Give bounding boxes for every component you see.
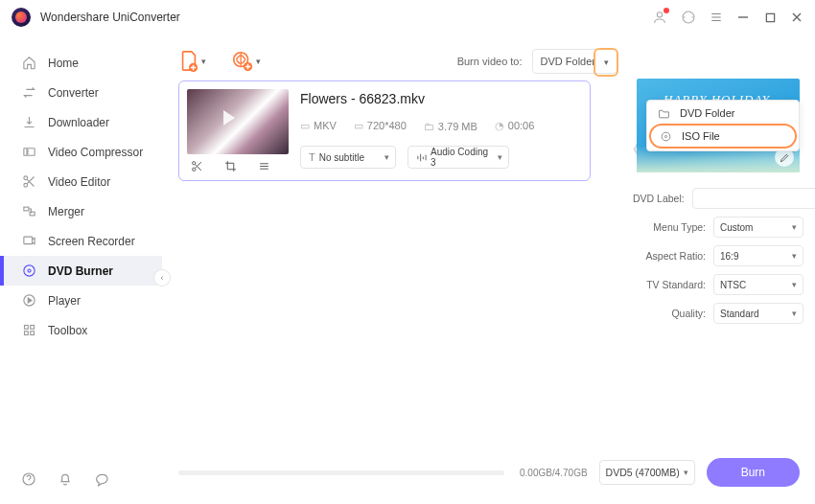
quality-label: Quality: [633, 308, 706, 319]
menu-type-select[interactable]: Custom [713, 217, 803, 238]
svg-point-19 [662, 132, 670, 141]
chevron-down-icon: ▾ [256, 57, 261, 66]
sidebar-item-editor[interactable]: Video Editor [0, 167, 162, 196]
grid-icon [21, 323, 36, 338]
sidebar-item-recorder[interactable]: Screen Recorder [0, 226, 162, 256]
notifications-icon[interactable] [58, 471, 73, 487]
sidebar-item-converter[interactable]: Converter [0, 78, 162, 107]
audio-icon [416, 152, 427, 163]
clock-icon: ◔ [495, 120, 504, 131]
tv-standard-value: NTSC [720, 280, 746, 290]
home-icon [21, 56, 36, 71]
iso-icon [659, 129, 672, 143]
svg-point-10 [27, 269, 30, 272]
dropdown-option-iso-file[interactable]: ISO File [649, 124, 797, 149]
burn-button[interactable]: Burn [707, 458, 800, 487]
video-filename: Flowers - 66823.mkv [300, 91, 582, 106]
title-bar: Wondershare UniConverter [0, 0, 815, 34]
burn-to-label: Burn video to: [457, 56, 523, 67]
app-title: Wondershare UniConverter [40, 11, 180, 24]
video-size: 3.79 MB [438, 121, 477, 132]
subtitle-select[interactable]: T No subtitle [300, 146, 396, 169]
effects-button[interactable] [258, 160, 285, 172]
svg-rect-14 [24, 332, 28, 335]
sidebar-label: Video Editor [48, 175, 110, 189]
disc-usage-bar [178, 470, 504, 475]
add-file-button[interactable]: ▾ [178, 50, 206, 73]
sidebar-label: Converter [48, 86, 99, 100]
help-icon[interactable] [21, 471, 36, 487]
chevron-down-icon: ▾ [604, 57, 609, 67]
svg-rect-15 [30, 332, 34, 335]
aspect-ratio-label: Aspect Ratio: [633, 250, 706, 262]
maximize-button[interactable] [763, 12, 777, 23]
sidebar-item-toolbox[interactable]: Toolbox [0, 315, 162, 345]
menu-icon[interactable] [710, 11, 723, 24]
svg-point-20 [664, 135, 666, 137]
subtitle-value: No subtitle [319, 152, 364, 163]
video-resolution: 720*480 [367, 120, 407, 131]
quality-select[interactable]: Standard [713, 303, 803, 324]
svg-rect-6 [23, 207, 28, 211]
tv-standard-select[interactable]: NTSC [713, 274, 803, 295]
sidebar-item-player[interactable]: Player [0, 286, 162, 315]
menu-type-label: Menu Type: [633, 221, 706, 233]
audio-select[interactable]: Audio Coding 3 [408, 146, 509, 169]
toolbar: ▾ ▾ Burn video to: DVD Folder ▾ [178, 42, 617, 80]
play-icon [21, 293, 36, 309]
link-plus-icon [231, 50, 254, 73]
disc-type-select[interactable]: DVD5 (4700MB) [599, 460, 695, 485]
folder-icon [657, 106, 670, 120]
burn-to-dropdown: DVD Folder ISO File [646, 100, 800, 151]
video-thumbnail[interactable] [187, 89, 289, 154]
recorder-icon [21, 234, 36, 249]
quality-value: Standard [720, 309, 759, 319]
svg-rect-13 [30, 326, 34, 330]
svg-point-5 [23, 183, 27, 187]
close-button[interactable] [790, 11, 803, 23]
burn-to-select[interactable]: DVD Folder ▾ [532, 49, 617, 74]
sidebar-item-home[interactable]: Home [0, 48, 162, 78]
scissors-icon [21, 174, 36, 190]
svg-point-0 [657, 12, 662, 17]
video-duration: 00:06 [508, 120, 535, 131]
svg-rect-12 [24, 326, 28, 330]
converter-icon [21, 85, 36, 101]
disc-usage-text: 0.00GB/4.70GB [520, 468, 588, 478]
sidebar-label: Toolbox [48, 324, 87, 337]
dropdown-option-label: ISO File [682, 130, 720, 142]
dropdown-arrow-highlight[interactable]: ▾ [594, 48, 618, 77]
sidebar-label: Downloader [48, 116, 109, 129]
feedback-icon[interactable] [94, 471, 109, 487]
sidebar-label: Merger [48, 205, 84, 218]
chevron-down-icon: ▾ [201, 57, 206, 66]
minimize-button[interactable] [736, 11, 750, 23]
support-icon[interactable] [681, 10, 696, 25]
crop-button[interactable] [224, 160, 251, 172]
resolution-icon: ▭ [354, 120, 363, 131]
sidebar-item-downloader[interactable]: Downloader [0, 107, 162, 137]
collapse-sidebar-button[interactable]: ‹ [154, 270, 170, 286]
dvd-label-input[interactable] [692, 188, 815, 209]
video-meta: ▭MKV ▭720*480 🗀3.79 MB ◔00:06 [300, 120, 582, 132]
sidebar-item-compressor[interactable]: Video Compressor [0, 137, 162, 167]
folder-icon: 🗀 [424, 121, 434, 132]
video-format: MKV [314, 120, 337, 131]
tv-standard-label: TV Standard: [633, 279, 706, 290]
dropdown-option-dvd-folder[interactable]: DVD Folder [649, 103, 797, 124]
svg-rect-2 [766, 13, 774, 21]
svg-rect-3 [23, 149, 34, 156]
sidebar-label: DVD Burner [48, 264, 113, 278]
bottom-bar: 0.00GB/4.70GB DVD5 (4700MB) Burn [178, 458, 800, 487]
add-url-button[interactable]: ▾ [231, 50, 261, 73]
format-icon: ▭ [300, 120, 310, 131]
svg-point-22 [192, 168, 195, 171]
sidebar-item-dvd-burner[interactable]: DVD Burner [0, 256, 162, 286]
aspect-ratio-select[interactable]: 16:9 [713, 245, 803, 266]
disc-icon [21, 263, 36, 279]
trim-button[interactable] [191, 160, 218, 172]
sidebar-item-merger[interactable]: Merger [0, 196, 162, 226]
sidebar-label: Video Compressor [48, 146, 143, 159]
account-icon[interactable] [652, 10, 667, 25]
compressor-icon [21, 145, 36, 160]
